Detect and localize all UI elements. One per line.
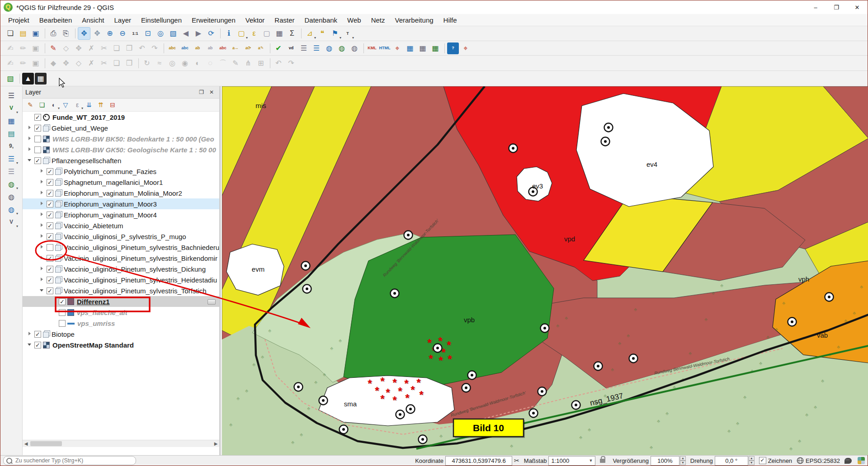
menu-einstellungen[interactable]: Einstellungen — [136, 16, 187, 24]
vd-tool-button[interactable]: vd — [285, 42, 297, 54]
remove-layer-button[interactable]: ⊟ — [107, 100, 118, 110]
label-rule-based-button[interactable]: abc — [179, 42, 191, 54]
layer-checkbox[interactable] — [34, 146, 41, 153]
open-layer-styling-panel-button[interactable]: ✎ — [25, 100, 36, 110]
layer-row-vaccinio-uliginosi-pinetum-sylvestris-di[interactable]: ✓Vaccinio_uliginosi_Pinetum_sylvestris_D… — [23, 264, 219, 274]
layer-checkbox[interactable]: ✓ — [47, 277, 53, 283]
scroll-left-icon[interactable]: ◀ — [23, 441, 29, 446]
vegetation-map[interactable]: ♣♣♣♣♣♣♣♣♣♣♣♣♣♣♣♣♣♣♣♣♣♣♣♣♣♣♣♣♣♣♣♣♣♣♣♣♣♣♣♣… — [222, 86, 868, 455]
messages-log-icon[interactable] — [844, 458, 852, 464]
layer-row-biotope[interactable]: ✓Biotope — [23, 329, 219, 339]
expander-closed-icon[interactable] — [38, 233, 46, 240]
metasearch-catalog-button[interactable]: ◍ — [323, 42, 335, 54]
expander-closed-icon[interactable] — [38, 189, 46, 197]
lock-scale-icon[interactable] — [600, 459, 605, 463]
new-bookmark-button[interactable]: ⚑▾ — [329, 28, 341, 39]
layer-checkbox[interactable]: ✓ — [47, 287, 53, 294]
expander-closed-icon[interactable] — [38, 276, 46, 283]
collapse-all-button[interactable]: ⇈ — [95, 100, 106, 110]
offline-editing-button[interactable]: ☰ — [311, 42, 322, 54]
search-input[interactable] — [14, 457, 125, 464]
refresh-map-button[interactable]: ⟳ — [205, 28, 217, 39]
raster-table-3-button[interactable]: ▦ — [429, 42, 441, 54]
scroll-thumb[interactable] — [30, 441, 62, 446]
manage-map-themes-button[interactable]: ◐▾ — [48, 100, 59, 110]
menu-verarbeitung[interactable]: Verarbeitung — [390, 16, 439, 24]
expander-closed-icon[interactable] — [38, 222, 46, 229]
layer-checkbox[interactable] — [59, 309, 66, 316]
layout-manager-button[interactable]: ⎘ — [60, 28, 72, 39]
crs-value[interactable]: EPSG:25832 — [806, 457, 840, 464]
expander-closed-icon[interactable] — [38, 168, 46, 175]
add-wfs-layer-button[interactable]: ◍▾ — [5, 203, 18, 215]
expander-closed-icon[interactable] — [38, 200, 46, 207]
expander-closed-icon[interactable] — [38, 265, 46, 273]
new-project-button[interactable]: ❏ — [5, 28, 16, 39]
layer-checkbox[interactable]: ✓ — [47, 168, 53, 175]
menu-web[interactable]: Web — [342, 16, 366, 24]
layer-row-eriophorum-vaginatum-moor4[interactable]: ✓Eriophorum_vaginatum_Moor4 — [23, 209, 219, 220]
extent-toggle-icon[interactable]: ✂ — [514, 457, 519, 464]
menu-datenbank[interactable]: Datenbank — [300, 16, 343, 24]
zoom-last-button[interactable]: ◀ — [180, 28, 192, 39]
locator-search[interactable] — [3, 456, 136, 465]
layer-checkbox[interactable]: ✓ — [34, 157, 41, 164]
layer-row-vaccinio-uliginosi-pinetum-sylvestris-to[interactable]: ✓Vaccinio_uliginosi_Pinetum_sylvestris_T… — [23, 285, 219, 296]
crs-globe-icon[interactable] — [797, 457, 804, 464]
magnifier-spinner[interactable]: ▲▼ — [680, 456, 686, 465]
select-by-expression-button[interactable]: ε — [248, 28, 260, 39]
label-properties-button[interactable]: a✎ — [255, 42, 267, 54]
expander-open-icon[interactable] — [26, 157, 33, 164]
pan-to-selection-button[interactable]: ✥ — [91, 28, 103, 39]
layer-row-vaccinio-uliginosi-pinetum-sylvestris-he[interactable]: ✓Vaccinio_uliginosi_Pinetum_sylvestris_H… — [23, 274, 219, 285]
menu-erweiterungen[interactable]: Erweiterungen — [187, 16, 241, 24]
menu-netz[interactable]: Netz — [366, 16, 390, 24]
add-virtual-layer-button[interactable]: V▾ — [5, 216, 18, 228]
map-export-tool-button[interactable]: ▧ — [5, 73, 16, 85]
zoom-native-button[interactable]: 1:1 — [129, 28, 141, 39]
open-attribute-table-button[interactable]: ▦ — [274, 28, 285, 39]
geonode-search-button[interactable]: ◍ — [336, 42, 348, 54]
expander-open-icon[interactable] — [26, 341, 33, 348]
open-data-source-manager-button[interactable]: ☰ — [5, 89, 18, 101]
label-pin-button[interactable]: ab — [192, 42, 203, 54]
expander-closed-icon[interactable] — [26, 330, 33, 338]
layer-row-wms-lgrb-bw-gk50-geologische-karte-1-50-[interactable]: WMS LGRB-BW GK50: Geologische Karte 1 : … — [23, 144, 219, 155]
maximize-button[interactable]: ❐ — [826, 1, 847, 14]
coordinate-capture-button[interactable]: ⌖ — [392, 42, 403, 54]
layer-checkbox[interactable]: ✓ — [34, 114, 41, 121]
text-annotation-button[interactable]: T▾ — [342, 28, 354, 39]
measure-line-button[interactable]: ⊿▾ — [304, 28, 316, 39]
layer-checkbox[interactable]: ✓ — [47, 179, 53, 186]
expander-closed-icon[interactable] — [38, 244, 46, 251]
render-checkbox[interactable]: ✓ — [759, 457, 766, 464]
label-show-hide-button[interactable]: abc — [217, 42, 229, 54]
cad-tools-button[interactable]: ⌖ — [460, 42, 472, 54]
identify-features-button[interactable]: ℹ — [223, 28, 235, 39]
help-contents-button[interactable]: ? — [447, 42, 459, 54]
add-postgis-layer-button[interactable]: ☰▾ — [5, 153, 18, 165]
raster-table-2-button[interactable]: ▦ — [417, 42, 429, 54]
new-print-layout-button[interactable]: ⎙ — [47, 28, 59, 39]
layer-checkbox[interactable]: ✓ — [34, 125, 41, 132]
db-manager-button[interactable]: ☰ — [298, 42, 310, 54]
expander-closed-icon[interactable] — [38, 179, 46, 186]
magnifier-value[interactable]: 100% — [651, 456, 679, 466]
add-mesh-layer-button[interactable]: ▤ — [5, 127, 18, 139]
layer-checkbox[interactable]: ✓ — [47, 266, 53, 273]
label-move-button[interactable]: a↔ — [230, 42, 241, 54]
menu-vektor[interactable]: Vektor — [241, 16, 270, 24]
rotation-value[interactable]: 0,0 ° — [715, 456, 748, 466]
menu-projekt[interactable]: Projekt — [3, 16, 34, 24]
expander-closed-icon[interactable] — [26, 135, 33, 142]
zoom-in-button[interactable]: ⊕ — [104, 28, 116, 39]
coordinate-value[interactable]: 473631.0,5397479.6 — [445, 456, 512, 466]
layer-styling-button[interactable]: ✎ — [47, 42, 59, 54]
zoom-to-selection-button[interactable]: ◎ — [155, 28, 166, 39]
expander-closed-icon[interactable] — [38, 211, 46, 218]
zoom-next-button[interactable]: ▶ — [193, 28, 204, 39]
filter-by-expression-button[interactable]: ε▾ — [72, 100, 83, 110]
add-vector-layer-button[interactable]: V▾ — [5, 102, 18, 114]
layer-checkbox[interactable]: ✓ — [47, 255, 53, 262]
layer-checkbox[interactable]: ✓ — [47, 233, 53, 240]
